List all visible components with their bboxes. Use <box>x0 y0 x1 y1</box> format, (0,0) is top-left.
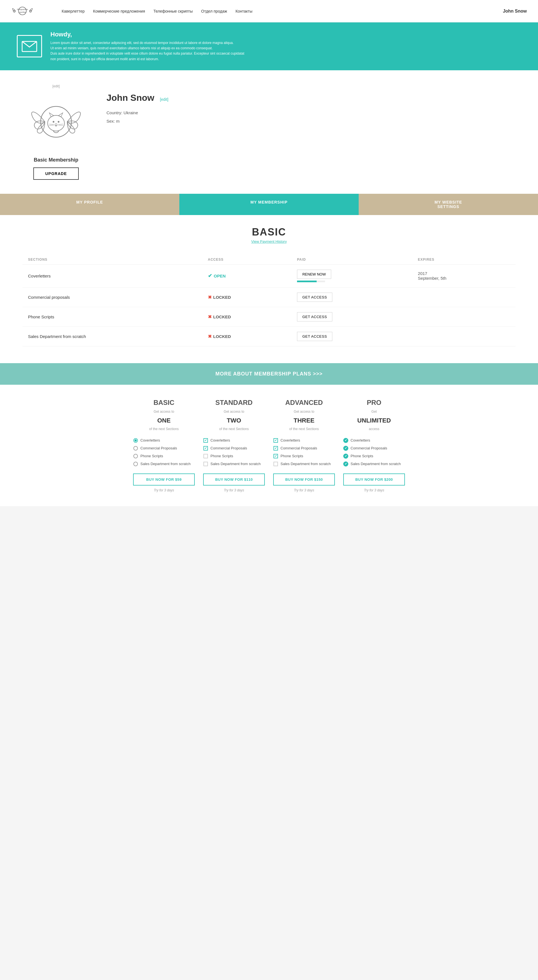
svg-point-9 <box>58 121 59 123</box>
nav-contacts[interactable]: Контакты <box>235 9 252 13</box>
plan-advanced-count: THREE <box>273 417 335 424</box>
list-item: ✔ Coverletters <box>273 436 335 444</box>
check-empty-icon <box>203 453 208 459</box>
plan-basic-label: of the next Sections <box>133 427 195 431</box>
membership-label: Basic Membership <box>34 157 78 163</box>
circle-check-icon: ✔ <box>343 461 348 466</box>
check-icon: ✔ <box>208 273 212 279</box>
access-status-sales: ✖ LOCKED <box>208 334 286 339</box>
list-item: ✔ Coverletters <box>343 436 405 444</box>
check-filled-icon: ✔ <box>203 446 208 451</box>
list-item: Coverletters <box>133 436 195 444</box>
tab-my-profile[interactable]: MY PROFILE <box>0 194 179 215</box>
banner-line3: Duis aute irure dolor in reprehenderit i… <box>50 51 244 56</box>
svg-line-13 <box>58 124 63 125</box>
col-access: ACCESS <box>202 255 291 265</box>
cross-icon: ✖ <box>208 314 212 320</box>
nav-user[interactable]: John Snow <box>503 9 527 14</box>
avatar-wings <box>28 94 84 150</box>
expires-sales <box>412 326 516 346</box>
section-name-phone-scripts: Phone Scripts <box>22 307 202 326</box>
plan-advanced-subtitle1: Get access to <box>273 409 335 414</box>
notification-banner: Howdy, Lorem ipsum dolor sit amet, conse… <box>0 22 538 70</box>
circle-check-icon: ✔ <box>343 446 348 451</box>
check-filled-icon: ✔ <box>273 446 278 451</box>
cross-icon: ✖ <box>208 294 212 300</box>
section-name-commercial: Commercial proposals <box>22 287 202 307</box>
banner-line4: non proident, sunt in culpa qui officia … <box>50 57 244 62</box>
nav-commercial[interactable]: Коммерческие предложения <box>93 9 145 13</box>
more-plans-link[interactable]: MORE ABOUT MEMBERSHIP PLANS >>> <box>216 371 323 377</box>
svg-marker-6 <box>49 113 54 117</box>
plan-standard-title: STANDARD <box>203 399 265 407</box>
buy-pro-button[interactable]: BUY NOW FOR $200 <box>343 474 405 485</box>
get-access-phone-scripts-button[interactable]: GET ACCESS <box>297 312 332 321</box>
payment-history-link[interactable]: View Payment History <box>22 239 516 243</box>
plan-pro-features: ✔ Coverletters ✔ Commercial Proposals ✔ … <box>343 436 405 468</box>
plan-advanced: ADVANCED Get access to THREE of the next… <box>273 399 335 492</box>
list-item: ✔ Phone Scripts <box>273 452 335 460</box>
plan-advanced-label: of the next Sections <box>273 427 335 431</box>
radio-empty-icon <box>133 446 138 451</box>
buy-basic-button[interactable]: BUY NOW FOR $59 <box>133 474 195 485</box>
svg-text:Ускоритель: Ускоритель <box>16 8 28 11</box>
plan-standard-features: ✔ Coverletters ✔ Commercial Proposals Ph… <box>203 436 265 468</box>
plan-standard-label: of the next Sections <box>203 427 265 431</box>
plan-basic-subtitle1: Get access to <box>133 409 195 414</box>
nav-sales-dept[interactable]: Отдел продаж <box>201 9 227 13</box>
get-access-commercial-button[interactable]: GET ACCESS <box>297 293 332 302</box>
circle-check-icon: ✔ <box>343 453 348 459</box>
email-icon <box>17 35 42 57</box>
list-item: ✔ Phone Scripts <box>343 452 405 460</box>
banner-line1: Lorem ipsum dolor sit amet, consectetur … <box>50 40 244 46</box>
table-row: Sales Department from scratch ✖ LOCKED G… <box>22 326 516 346</box>
banner-title: Howdy, <box>50 31 244 38</box>
plans-section: BASIC Get access to ONE of the next Sect… <box>0 385 538 506</box>
svg-line-12 <box>49 125 54 126</box>
plan-advanced-features: ✔ Coverletters ✔ Commercial Proposals ✔ … <box>273 436 335 468</box>
avatar-edit-label[interactable]: [edit] <box>53 84 60 88</box>
radio-empty-icon <box>133 461 138 466</box>
renew-now-button[interactable]: RENEW NOW <box>297 270 331 279</box>
cross-icon: ✖ <box>208 334 212 339</box>
buy-advanced-button[interactable]: BUY NOW FOR $150 <box>273 474 335 485</box>
plan-basic-try: Try for 3 days <box>133 488 195 492</box>
list-item: Sales Department from scratch <box>273 460 335 468</box>
list-item: Phone Scripts <box>133 452 195 460</box>
check-empty-icon <box>203 461 208 466</box>
col-paid: PAID <box>291 255 412 265</box>
sections-table: SECTIONS ACCESS PAID EXPIRES Coverletter… <box>22 255 516 346</box>
expires-commercial <box>412 287 516 307</box>
current-plan-name: BASIC <box>22 226 516 238</box>
nav-phone-scripts[interactable]: Телефонные скрипты <box>153 9 193 13</box>
avatar-area: [edit] <box>28 84 84 180</box>
get-access-sales-button[interactable]: GET ACCESS <box>297 332 332 341</box>
profile-name: John Snow <box>107 93 155 103</box>
buy-standard-button[interactable]: BUY NOW FOR $110 <box>203 474 265 485</box>
svg-marker-7 <box>58 113 63 117</box>
list-item: ✔ Coverletters <box>203 436 265 444</box>
col-sections: SECTIONS <box>22 255 202 265</box>
access-status-commercial: ✖ LOCKED <box>208 294 286 300</box>
logo[interactable]: Ускоритель продаж <box>11 3 45 19</box>
svg-point-8 <box>53 121 54 123</box>
more-membership-banner[interactable]: MORE ABOUT MEMBERSHIP PLANS >>> <box>0 363 538 385</box>
profile-country: Country: Ukraine <box>107 109 168 117</box>
list-item: ✔ Commercial Proposals <box>203 444 265 452</box>
upgrade-button[interactable]: UPGRADE <box>34 167 78 180</box>
tab-website-settings[interactable]: MY WEBSITESETTINGS <box>359 194 538 215</box>
profile-info: John Snow [edit] Country: Ukraine Sex: m <box>107 84 168 126</box>
tab-my-membership[interactable]: MY MEMBERSHIP <box>179 194 359 215</box>
profile-section: [edit] <box>0 70 538 194</box>
list-item: Sales Department from scratch <box>203 460 265 468</box>
col-expires: EXPIRES <box>412 255 516 265</box>
svg-text:продаж: продаж <box>19 11 26 13</box>
plan-advanced-try: Try for 3 days <box>273 488 335 492</box>
nav-coverletters[interactable]: Каверлеттер <box>62 9 85 13</box>
profile-sex: Sex: m <box>107 117 168 126</box>
expires-phone-scripts <box>412 307 516 326</box>
plan-basic-count: ONE <box>133 417 195 424</box>
check-filled-icon: ✔ <box>273 438 278 443</box>
profile-name-edit[interactable]: [edit] <box>160 97 168 102</box>
plan-basic-features: Coverletters Commercial Proposals Phone … <box>133 436 195 468</box>
